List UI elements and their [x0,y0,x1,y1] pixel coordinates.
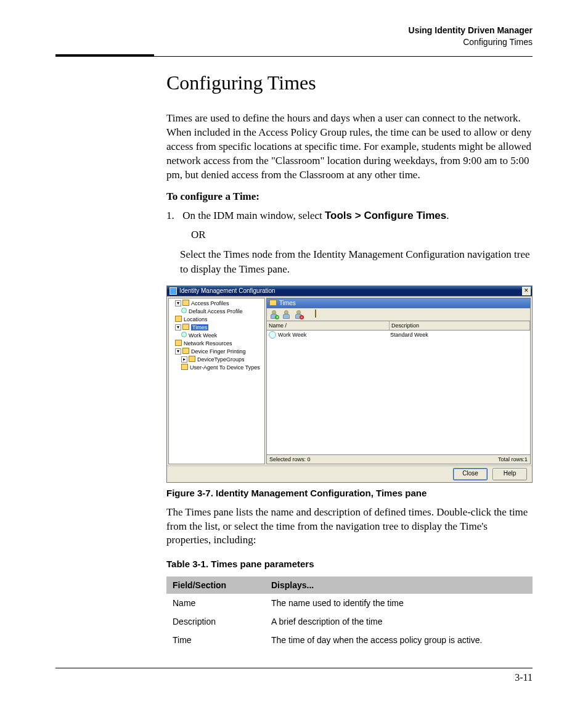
configure-lead: To configure a Time: [166,191,533,203]
header-line2: Configuring Times [55,36,533,48]
window-title: Identity Management Configuration [179,286,276,296]
edit-user-icon[interactable] [282,310,290,318]
tree-network-resources[interactable]: Network Resources [184,340,232,347]
divider-long [55,56,533,57]
folder-icon [175,316,184,322]
new-user-icon[interactable]: ✶ [270,310,278,318]
screenshot-window: Identity Management Configuration ✕ ▾Acc… [166,285,533,483]
table-row: Name The name used to identify the time [166,594,533,612]
intro-paragraph: Times are used to define the hours and d… [166,112,533,183]
cell-displays: The time of day when the access policy g… [265,631,533,649]
table-row: Description A brief description of the t… [166,612,533,631]
tree-access-profiles[interactable]: Access Profiles [191,300,229,306]
clock-icon [269,331,276,339]
folder-icon [175,340,184,347]
tree-default-access-profile[interactable]: Default Access Profile [189,308,243,314]
app-icon [169,287,177,295]
cell-displays: A brief description of the time [265,612,533,631]
menu-path: Tools > Configure Times [325,210,446,221]
list-body[interactable]: Work Week Standard Week [266,330,531,455]
folder-icon [182,324,191,330]
cell-field: Description [166,612,265,631]
cell-field: Time [166,631,265,649]
step-text-a: On the IDM main window, select [182,210,325,221]
window-titlebar[interactable]: Identity Management Configuration ✕ [167,286,532,296]
expand-icon[interactable]: ▾ [175,348,181,355]
list-item[interactable]: Work Week Standard Week [267,330,530,339]
footer-divider [55,668,533,668]
figure-caption: Figure 3-7. Identity Management Configur… [166,488,533,498]
pane-title: Times [279,298,296,308]
tree-locations[interactable]: Locations [184,316,208,322]
or-label: OR [191,229,533,241]
cell-displays: The name used to identify the time [265,594,533,612]
list-header[interactable]: Name / Description [266,321,531,330]
step-text-c: . [446,210,449,221]
pane-toolbar: ✶ × [266,308,531,321]
folder-icon [181,364,190,371]
tree-times-selected[interactable]: Times [191,324,208,330]
step-number: 1. [166,208,180,224]
nav-tree[interactable]: ▾Access Profiles Default Access Profile … [168,298,265,464]
tree-device-finger-printing[interactable]: Device Finger Printing [191,348,246,355]
table-caption: Table 3-1. Times pane parameters [166,559,533,569]
close-button[interactable]: Close [453,468,488,480]
row-description: Standard Week [390,330,530,339]
profile-icon [181,308,189,314]
page-title: Configuring Times [166,72,533,94]
header-line1: Using Identity Driven Manager [55,25,533,36]
expand-icon[interactable]: ▸ [181,356,187,363]
window-close-button[interactable]: ✕ [522,287,531,295]
status-total: Total rows:1 [498,455,528,464]
table-row: Time The time of day when the access pol… [166,631,533,649]
help-button[interactable]: Help [492,468,527,480]
folder-icon [269,300,277,306]
folder-icon [189,356,197,363]
col-description[interactable]: Description [390,321,530,330]
folder-icon [182,348,191,355]
step-1-alt: Select the Times node from the Identity … [180,247,533,277]
th-field: Field/Section [166,577,265,594]
page-number: 3-11 [55,672,533,683]
delete-user-icon[interactable]: × [295,310,303,318]
expand-icon[interactable]: ▾ [175,300,181,306]
row-name: Work Week [278,330,390,339]
status-selected: Selected rows: 0 [269,455,311,464]
col-name[interactable]: Name / [267,321,390,330]
status-bar: Selected rows: 0 Total rows:1 [266,455,531,464]
running-header: Using Identity Driven Manager Configurin… [55,25,533,48]
cell-field: Name [166,594,265,612]
folder-icon [182,300,191,306]
th-displays: Displays... [265,577,533,594]
exit-icon[interactable] [315,310,323,318]
tree-work-week[interactable]: Work Week [189,332,217,339]
param-table: Field/Section Displays... Name The name … [166,577,533,649]
step-1: 1. On the IDM main window, select Tools … [166,208,533,224]
after-figure-paragraph: The Times pane lists the name and descri… [166,506,533,548]
pane-title-bar: Times [266,298,531,308]
dialog-footer: Close Help [167,466,532,482]
tree-user-agent-device-types[interactable]: User-Agent To Device Types [190,364,260,371]
expand-icon[interactable]: ▾ [175,324,181,330]
tree-device-type-groups[interactable]: DeviceTypeGroups [197,356,245,363]
clock-icon [181,332,189,339]
